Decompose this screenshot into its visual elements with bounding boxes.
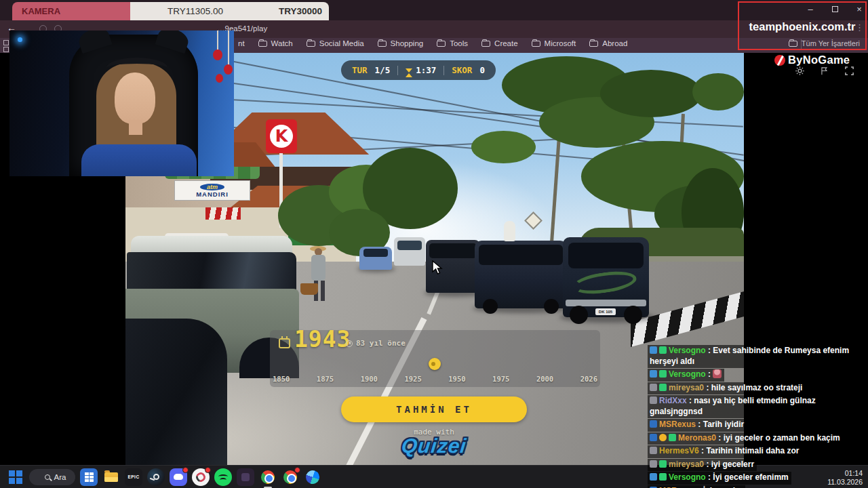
bookmark-item[interactable]: Microsoft [532,39,576,47]
gray-badge-icon [650,447,657,454]
close-icon[interactable]: × [854,4,864,14]
timeline-year-label: 2000 [536,375,553,383]
chat-username[interactable]: mireysa0 [669,383,704,392]
bookmark-item[interactable]: Create [481,39,518,47]
timer-value: 1:37 [416,65,436,75]
chrome-profile2-icon[interactable] [281,468,299,486]
chrome-icon[interactable] [259,468,277,486]
calculator-app-icon[interactable] [80,468,98,486]
discord-icon[interactable] [170,468,187,486]
chat-username[interactable]: RidXxx [659,396,687,405]
donation-bar: TRY11305.00 TRY30000 [130,2,329,20]
quizei-logo: Quizei [340,434,528,458]
folder-icon [532,41,540,47]
timeline-year-label: 1975 [492,375,509,383]
minimize-icon[interactable]: – [806,4,815,14]
timeline-year-label: 2026 [580,375,597,383]
chat-message: Versogno : Evet sahibinde de Rumeysa efe… [648,345,868,368]
chat-text: Tarih iyidir [703,420,744,429]
spotify-icon[interactable] [214,468,232,486]
steam-icon[interactable] [147,468,165,486]
chat-text: hile sayılmaz oo strateji [711,383,803,392]
webcam-overlay [9,30,234,176]
pic-badge-icon [650,473,657,481]
pinwheel-app-icon[interactable] [304,468,321,486]
timeline-labels: 18501875190019251950197520002026 [273,375,597,383]
site-overlay-text: teamphoenix.com.tr [742,20,863,33]
restore-icon[interactable] [830,4,840,14]
clock-time: 01:14 [827,469,863,478]
foreground-car-hood [125,319,227,465]
circle-k-sign: K [266,119,297,153]
folder-icon [307,41,315,47]
window-controls: – × [806,4,864,14]
lantern-decoration [210,30,234,95]
chat-message: RidXxx : nası ya hiç belli etmedin gülna… [648,395,868,418]
coin-badge-icon [659,434,667,441]
year-slider-handle[interactable] [429,358,441,370]
chat-message: mireysa0 : iyi gecelerr [648,459,757,472]
chat-message: Versogno : İyi geceler efenimm [648,472,791,485]
bookmarks-list: ntWatchSocial MediaShoppingToolsCreateMi… [225,39,627,47]
led-light [18,37,22,42]
chat-username[interactable]: MSRexus [659,420,696,429]
round-label: TUR [352,65,368,75]
bookmark-item[interactable]: Abroad [589,39,627,47]
kebab-menu-icon[interactable]: ⋮ [855,22,864,33]
timeline-year-label: 1875 [317,375,334,383]
fullscreen-icon[interactable] [844,66,854,79]
chat-message: Meronas0 : iyi geceler o zaman ben kaçim [648,432,843,445]
chat-message: HermesV6 : Tarihin ihtimali daha zor [648,445,802,458]
parked-jeep: DK 105 [563,237,649,317]
tab-group-icon[interactable] [3,47,9,52]
donation-goal: TRY30000 [279,6,322,16]
chat-username[interactable]: MSRexus [659,486,696,488]
timeline-year-label: 1925 [404,375,421,383]
search-bar[interactable]: Ara [29,469,75,485]
timer-icon [406,68,412,73]
calendar-icon [279,338,290,348]
chat-username[interactable]: mireysa0 [669,460,704,469]
clock-icon [346,340,353,347]
taskbar-clock[interactable]: 01:14 11.03.2026 [827,469,863,486]
blue-car [359,247,392,270]
file-explorer-icon[interactable] [102,468,120,486]
timeline-year-label: 1900 [361,375,378,383]
chat-username[interactable]: Meronas0 [678,433,716,443]
start-button[interactable] [7,468,24,486]
guess-button[interactable]: TAHMİN ET [341,396,527,422]
gear-icon[interactable] [795,66,805,79]
chat-message: mireysa0 : hile sayılmaz oo strateji [648,382,805,395]
chat-username[interactable]: Versogno [669,472,706,482]
osu-icon[interactable] [192,468,210,486]
bynogame-icon [774,55,785,66]
chat-username[interactable]: Versogno [669,369,706,379]
clock-date: 11.03.2026 [827,478,863,487]
epic-games-icon[interactable]: EPIC [125,468,142,486]
sub-badge-icon [659,384,667,391]
sub-badge-icon [659,460,667,468]
bookmark-item[interactable]: Watch [258,39,293,47]
bookmark-item[interactable]: Social Media [307,39,364,47]
parked-suv [475,241,567,308]
camera-tab[interactable]: KAMERA [12,2,130,20]
flag-icon[interactable] [820,66,829,79]
chat-message: MSRexus : İyi geceler [648,485,745,488]
score-value: 0 [479,65,485,75]
chat-username[interactable]: Versogno [669,346,706,355]
score-label: SKOR [452,65,472,75]
donation-current: TRY11305.00 [167,6,223,16]
round-value: 1/5 [375,65,391,75]
silver-van [394,237,425,266]
pic2-badge-icon [650,420,657,428]
bookmark-item[interactable]: Shopping [378,39,424,47]
foreground-suv [131,236,292,253]
chat-username[interactable]: HermesV6 [659,446,699,455]
sidebar-toggle-icon[interactable] [3,40,9,45]
folder-icon [258,41,267,47]
medal-app-icon[interactable] [237,468,254,486]
year-value: 1943 [294,326,351,352]
chat-text: İyi geceler efenimm [713,472,788,482]
bookmark-item[interactable]: Tools [437,39,468,47]
timeline-year-label: 1850 [273,375,290,383]
